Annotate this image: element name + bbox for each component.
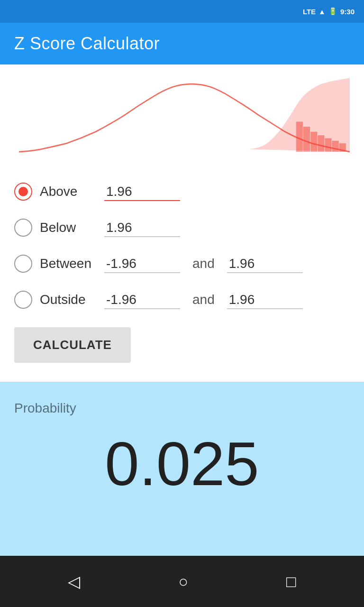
chart-area	[0, 64, 364, 169]
below-row: Below	[14, 210, 350, 246]
between-row: Between and	[14, 246, 350, 282]
home-button[interactable]: ○	[164, 568, 202, 596]
between-and: and	[192, 256, 215, 271]
status-icons: LTE ▲ 🔋 9:30	[303, 7, 355, 16]
above-row: Above	[14, 174, 350, 210]
svg-rect-7	[339, 143, 346, 152]
outside-and: and	[192, 292, 215, 307]
time-display: 9:30	[340, 8, 355, 16]
form-area: Above Below Between and Outside and CALC…	[0, 169, 364, 382]
battery-icon: 🔋	[328, 7, 337, 16]
svg-rect-4	[318, 135, 324, 152]
between-label: Between	[40, 256, 97, 271]
outside-input2[interactable]	[227, 290, 303, 309]
probability-value: 0.025	[14, 430, 350, 498]
outside-row: Outside and	[14, 282, 350, 318]
back-button[interactable]: ◁	[54, 567, 94, 596]
svg-rect-2	[303, 127, 310, 152]
normal-curve-chart	[14, 74, 350, 159]
below-input[interactable]	[104, 218, 180, 237]
recent-button[interactable]: □	[272, 568, 310, 596]
svg-rect-1	[296, 122, 303, 152]
probability-label: Probability	[14, 401, 350, 416]
status-bar: LTE ▲ 🔋 9:30	[0, 0, 364, 23]
above-radio[interactable]	[14, 183, 32, 201]
calculate-button[interactable]: CALCULATE	[14, 327, 131, 363]
svg-rect-6	[332, 141, 339, 152]
bottom-nav: ◁ ○ □	[0, 556, 364, 607]
outside-label: Outside	[40, 292, 97, 307]
above-input[interactable]	[104, 182, 180, 201]
above-label: Above	[40, 184, 97, 199]
svg-rect-5	[325, 138, 331, 152]
signal-icon: ▲	[318, 8, 326, 16]
app-title: Z Score Calculator	[14, 34, 160, 54]
outside-radio[interactable]	[14, 291, 32, 309]
svg-rect-3	[310, 132, 317, 152]
app-bar: Z Score Calculator	[0, 23, 364, 64]
below-label: Below	[40, 220, 97, 235]
between-radio[interactable]	[14, 255, 32, 273]
below-radio[interactable]	[14, 219, 32, 237]
between-input1[interactable]	[104, 254, 180, 273]
between-input2[interactable]	[227, 254, 303, 273]
outside-input1[interactable]	[104, 290, 180, 309]
lte-icon: LTE	[303, 8, 316, 16]
probability-area: Probability 0.025	[0, 382, 364, 581]
